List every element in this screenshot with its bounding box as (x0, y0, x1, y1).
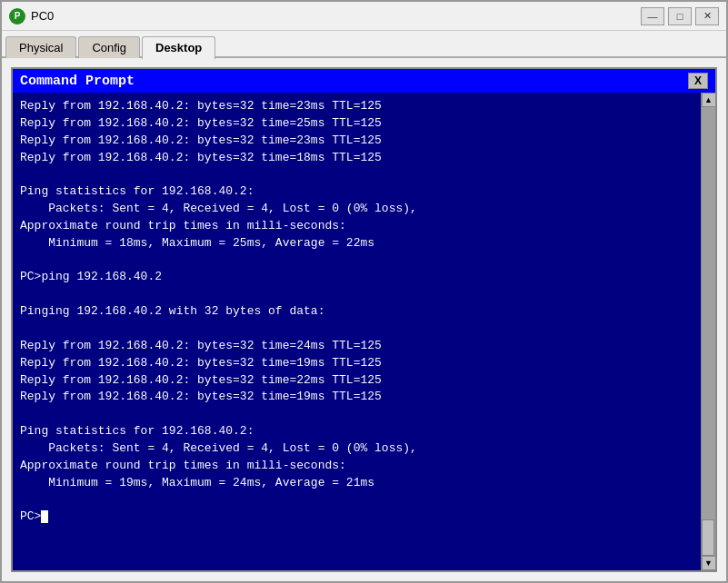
scroll-up-button[interactable]: ▲ (702, 93, 716, 107)
scrollbar-track[interactable] (702, 107, 715, 556)
window-controls: — □ ✕ (641, 7, 719, 25)
title-bar: P PC0 — □ ✕ (2, 2, 726, 31)
command-prompt-window: Command Prompt X Reply from 192.168.40.2… (11, 67, 717, 572)
main-window: P PC0 — □ ✕ Physical Config Desktop Comm… (0, 0, 728, 583)
window-title: PC0 (31, 9, 641, 23)
cursor (41, 510, 48, 523)
scrollbar: ▲ ▼ (701, 93, 715, 570)
scrollbar-thumb[interactable] (702, 519, 714, 556)
tab-physical[interactable]: Physical (5, 36, 76, 58)
cmd-body: Reply from 192.168.40.2: bytes=32 time=2… (13, 93, 715, 570)
cmd-close-button[interactable]: X (688, 73, 708, 89)
tab-desktop[interactable]: Desktop (142, 36, 215, 60)
tab-bar: Physical Config Desktop (2, 31, 726, 58)
minimize-button[interactable]: — (641, 7, 664, 25)
tab-config[interactable]: Config (78, 36, 140, 58)
cmd-output[interactable]: Reply from 192.168.40.2: bytes=32 time=2… (13, 93, 701, 570)
content-area: Command Prompt X Reply from 192.168.40.2… (2, 58, 726, 581)
scroll-down-button[interactable]: ▼ (702, 556, 716, 570)
close-button[interactable]: ✕ (695, 7, 719, 25)
cmd-title-bar: Command Prompt X (13, 69, 715, 93)
maximize-button[interactable]: □ (668, 7, 692, 25)
cmd-title-label: Command Prompt (20, 74, 135, 89)
app-icon: P (9, 8, 25, 25)
